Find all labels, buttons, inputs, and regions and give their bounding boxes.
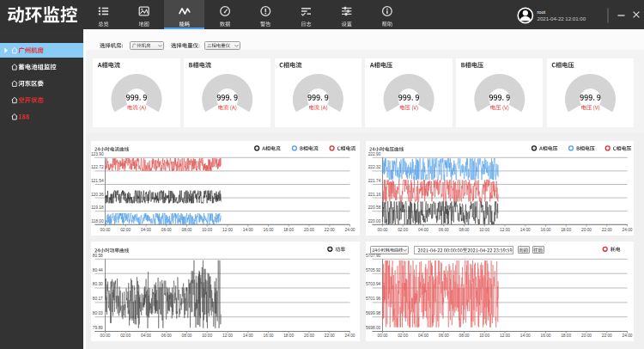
svg-text:08:00: 08:00 — [459, 334, 469, 338]
svg-text:00:00: 00:00 — [377, 228, 387, 232]
svg-text:04:00: 04:00 — [418, 334, 428, 338]
svg-text:80.03: 80.03 — [93, 311, 103, 315]
svg-text:220.00: 220.00 — [368, 219, 381, 223]
svg-text:121.54: 121.54 — [91, 179, 104, 183]
svg-text:222.90: 222.90 — [368, 152, 381, 156]
svg-text:5699.98: 5699.98 — [366, 311, 381, 315]
svg-text:12:00: 12:00 — [500, 334, 510, 338]
svg-text:220.58: 220.58 — [368, 205, 381, 210]
svg-text:18:00: 18:00 — [561, 334, 571, 338]
svg-text:00:00: 00:00 — [100, 228, 110, 232]
svg-text:04:00: 04:00 — [141, 228, 151, 232]
svg-text:5703.94: 5703.94 — [366, 282, 381, 286]
svg-text:119.18: 119.18 — [91, 205, 104, 210]
svg-text:00:00: 00:00 — [377, 334, 387, 338]
svg-text:18:00: 18:00 — [283, 334, 294, 338]
svg-text:20:00: 20:00 — [304, 228, 314, 232]
svg-text:5705.92: 5705.92 — [366, 268, 381, 272]
svg-text:22:00: 22:00 — [325, 334, 335, 338]
svg-text:221.16: 221.16 — [368, 193, 381, 197]
svg-text:02:00: 02:00 — [398, 334, 408, 338]
svg-text:16:00: 16:00 — [263, 334, 273, 338]
svg-text:5707.90: 5707.90 — [366, 254, 381, 258]
svg-text:80.58: 80.58 — [93, 254, 103, 258]
svg-text:12:00: 12:00 — [222, 228, 233, 232]
svg-text:20:00: 20:00 — [304, 334, 314, 338]
svg-text:14:00: 14:00 — [243, 228, 253, 232]
svg-text:06:00: 06:00 — [161, 228, 172, 232]
svg-text:08:00: 08:00 — [459, 228, 469, 232]
svg-text:12:00: 12:00 — [222, 334, 233, 338]
svg-text:18:00: 18:00 — [561, 228, 571, 232]
svg-text:12:00: 12:00 — [500, 228, 510, 232]
svg-text:22:00: 22:00 — [602, 334, 612, 338]
svg-text:08:00: 08:00 — [181, 334, 191, 338]
svg-text:04:00: 04:00 — [141, 334, 151, 338]
svg-text:02:00: 02:00 — [398, 228, 408, 232]
svg-text:20:00: 20:00 — [581, 228, 592, 232]
svg-text:14:00: 14:00 — [520, 334, 531, 338]
svg-text:122.72: 122.72 — [91, 165, 104, 169]
svg-text:08:00: 08:00 — [181, 228, 191, 232]
svg-text:80.30: 80.30 — [93, 282, 103, 286]
svg-text:06:00: 06:00 — [161, 334, 172, 338]
svg-text:20:00: 20:00 — [581, 334, 592, 338]
svg-text:2021-04-22 12:01:00: 2021-04-22 12:01:00 — [538, 15, 586, 21]
svg-text:00:00: 00:00 — [100, 334, 110, 338]
svg-text:10:00: 10:00 — [479, 334, 489, 338]
svg-text:24:00: 24:00 — [622, 228, 632, 232]
svg-text:222.32: 222.32 — [368, 165, 381, 169]
svg-text:5701.96: 5701.96 — [366, 297, 381, 301]
svg-text:06:00: 06:00 — [439, 228, 449, 232]
svg-text:18:00: 18:00 — [283, 228, 294, 232]
svg-text:14:00: 14:00 — [243, 334, 253, 338]
svg-text:80.17: 80.17 — [93, 297, 103, 301]
svg-text:5698.00: 5698.00 — [366, 326, 381, 330]
svg-text:24:00: 24:00 — [344, 228, 355, 232]
svg-text:14:00: 14:00 — [520, 228, 531, 232]
svg-text:118.00: 118.00 — [91, 219, 104, 223]
svg-text:root: root — [538, 9, 546, 15]
svg-text:120.36: 120.36 — [91, 193, 104, 197]
svg-text:24:00: 24:00 — [622, 334, 632, 338]
svg-text:02:00: 02:00 — [120, 334, 131, 338]
svg-text:24:00: 24:00 — [344, 334, 355, 338]
svg-text:221.74: 221.74 — [368, 179, 381, 183]
svg-text:22:00: 22:00 — [325, 228, 335, 232]
svg-text:02:00: 02:00 — [120, 228, 131, 232]
svg-text:04:00: 04:00 — [418, 228, 428, 232]
svg-text:123.90: 123.90 — [91, 152, 104, 156]
svg-text:06:00: 06:00 — [439, 334, 449, 338]
svg-text:10:00: 10:00 — [202, 228, 212, 232]
svg-text:10:00: 10:00 — [479, 228, 489, 232]
svg-text:16:00: 16:00 — [540, 228, 550, 232]
svg-text:16:00: 16:00 — [540, 334, 550, 338]
svg-text:10:00: 10:00 — [202, 334, 212, 338]
svg-text:22:00: 22:00 — [602, 228, 612, 232]
svg-text:79.89: 79.89 — [93, 326, 103, 330]
svg-text:16:00: 16:00 — [263, 228, 273, 232]
svg-text:80.44: 80.44 — [93, 268, 103, 272]
